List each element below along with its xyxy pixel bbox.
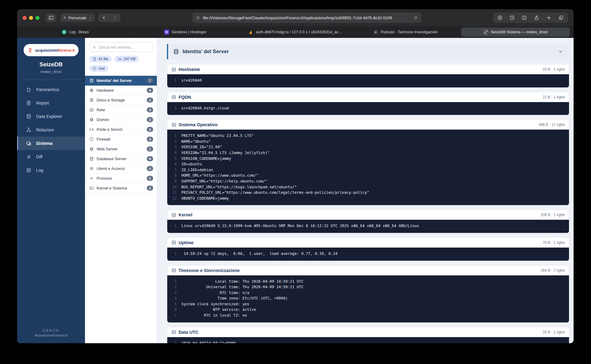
collapse-chevron-icon[interactable] bbox=[558, 49, 564, 55]
browser-tab[interactable]: Gestione | Hostinger bbox=[131, 28, 240, 37]
section-header[interactable]: Uptime 70 B · 1 righe bbox=[167, 238, 569, 248]
minimize-button[interactable] bbox=[29, 16, 33, 20]
line-text: 14:59:24 up 72 days, 6:08, 1 user, load … bbox=[181, 251, 338, 257]
category-item[interactable]: Identita' del Server 7 bbox=[85, 76, 157, 86]
share-icon[interactable] bbox=[534, 15, 539, 20]
category-icon bbox=[89, 88, 94, 93]
category-item[interactable]: Hardware 4 bbox=[85, 86, 157, 95]
category-count-badge: 7 bbox=[147, 78, 153, 83]
line-text: ID=ubuntu bbox=[181, 161, 202, 167]
category-item[interactable]: Disco e Storage 2 bbox=[85, 95, 157, 105]
downloads-icon[interactable] bbox=[497, 15, 503, 20]
line-number: 10 bbox=[167, 184, 181, 190]
section-meta: 284 B · 7 righe bbox=[541, 268, 565, 273]
category-label: Disco e Storage bbox=[97, 98, 144, 102]
sidebar-nav-item[interactable]: Log bbox=[17, 164, 85, 177]
category-item[interactable]: Domini 2 bbox=[85, 115, 157, 125]
close-button[interactable] bbox=[23, 16, 27, 20]
code-line: 1 2026-04-09T14:59:21+0000 bbox=[167, 340, 569, 343]
category-count-badge: 9 bbox=[147, 156, 153, 161]
category-count-badge: 3 bbox=[147, 127, 153, 132]
line-text: Time zone: Etc/UTC (UTC, +0000) bbox=[181, 296, 288, 301]
sidebar-toggle-button[interactable] bbox=[46, 13, 57, 22]
section-header[interactable]: Timezone e Sincronizzazione 284 B · 7 ri… bbox=[167, 266, 569, 275]
sidebar-nav-item[interactable]: Sistema bbox=[17, 137, 85, 150]
sidebar-nav-item[interactable]: Diff bbox=[17, 150, 85, 164]
section-header[interactable]: Sistema Operativo 386 B · 12 righe bbox=[167, 120, 569, 130]
main-content: Identita' del Server Hostname 10 B · 1 r… bbox=[157, 38, 574, 343]
back-button[interactable] bbox=[98, 13, 109, 22]
chip-icon bbox=[93, 67, 97, 71]
category-item[interactable]: Firewall 3 bbox=[85, 134, 157, 144]
code-block: 1 Linux srv420840 5.15.0-1090-kvm #95-Ub… bbox=[167, 220, 569, 233]
line-text: srv420840.hstgr.cloud bbox=[181, 105, 229, 111]
tab-favicon bbox=[373, 30, 378, 35]
category-item[interactable]: Kernel e Sistema 2 bbox=[85, 183, 157, 193]
section-header[interactable]: Hostname 10 B · 1 righe bbox=[167, 64, 569, 74]
browser-tab[interactable]: Podcast - Tarricone Investigazioni bbox=[351, 28, 460, 37]
chip-label: 41 file bbox=[98, 57, 108, 61]
section-meta: 22 B · 1 righe bbox=[543, 95, 565, 99]
category-count-badge: 1 bbox=[147, 176, 153, 181]
fullscreen-button[interactable] bbox=[35, 16, 39, 20]
category-count-badge: 2 bbox=[147, 97, 153, 103]
search-input[interactable] bbox=[99, 45, 150, 50]
category-label: Porte e Servizi bbox=[97, 127, 144, 132]
tab-favicon bbox=[249, 30, 253, 35]
browser-tab[interactable]: SeizeDB Sistema — meteo_droni bbox=[461, 28, 570, 37]
case-name: meteo_droni bbox=[17, 70, 85, 74]
line-number: 5 bbox=[167, 301, 181, 307]
category-icon bbox=[89, 108, 94, 112]
code-line: 1 Local time: Thu 2026-04-09 14:59:21 UT… bbox=[167, 279, 569, 285]
line-number: 4 bbox=[167, 296, 181, 301]
line-number: 9 bbox=[167, 178, 181, 184]
reload-icon[interactable] bbox=[413, 16, 417, 20]
sidebar-nav-item[interactable]: Relazioni bbox=[17, 123, 85, 137]
browser-tab[interactable]: auth-db970.hstgr.io / 127.0.0.1 / u52432… bbox=[241, 28, 350, 37]
line-text: HOME_URL="https://www.ubuntu.com/" bbox=[181, 173, 258, 178]
line-number: 2 bbox=[167, 139, 181, 145]
tab-overview-icon[interactable] bbox=[558, 15, 564, 20]
sidebar-nav-item[interactable]: Report bbox=[17, 96, 85, 110]
line-text: VERSION="22.04.5 LTS (Jammy Jellyfish)" bbox=[181, 150, 270, 156]
app-root: acquisizioniforensi.it SeizeDB meteo_dro… bbox=[17, 38, 574, 343]
category-item[interactable]: Porte e Servizi 3 bbox=[85, 125, 157, 134]
code-block: 1 srv420840 bbox=[167, 74, 569, 87]
info-icon[interactable] bbox=[522, 15, 527, 20]
category-item[interactable]: Processi 1 bbox=[85, 174, 157, 183]
category-item[interactable]: Database Server 9 bbox=[85, 154, 157, 164]
category-label: Rete bbox=[97, 108, 144, 112]
line-text: VERSION_CODENAME=jammy bbox=[181, 156, 231, 162]
database-icon bbox=[173, 49, 179, 55]
category-list: Identita' del Server 7 Hardware 4 Disco … bbox=[85, 76, 157, 193]
section-meta: 10 B · 1 righe bbox=[543, 67, 565, 72]
code-line: 12 UBUNTU_CODENAME=jammy bbox=[167, 196, 569, 201]
category-item[interactable]: Rete 3 bbox=[85, 105, 157, 115]
new-tab-icon[interactable] bbox=[546, 15, 552, 20]
line-text: ID_LIKE=debian bbox=[181, 167, 213, 173]
section-header[interactable]: Kernel 106 B · 1 righe bbox=[167, 210, 569, 220]
line-number: 5 bbox=[167, 156, 181, 162]
forward-button[interactable] bbox=[109, 13, 120, 22]
page-settings-icon bbox=[196, 16, 200, 20]
sidebar-nav-item[interactable]: Panoramica bbox=[17, 83, 85, 96]
profile-button[interactable]: Personale bbox=[60, 13, 95, 22]
section-meta: 106 B · 1 righe bbox=[541, 213, 565, 217]
browser-tab[interactable]: Log - Brevo bbox=[21, 28, 130, 37]
line-text: Linux srv420840 5.15.0-1090-kvm #95-Ubun… bbox=[181, 223, 419, 229]
tab-favicon bbox=[164, 30, 169, 35]
section-header[interactable]: Data UTC 25 B · 1 righe bbox=[167, 327, 569, 337]
data-section-card: Timezone e Sincronizzazione 284 B · 7 ri… bbox=[167, 265, 569, 323]
sidebar-nav-item[interactable]: Data Explorer bbox=[17, 110, 85, 123]
category-label: Hardware bbox=[97, 88, 144, 93]
category-item[interactable]: Utenti e Accessi 4 bbox=[85, 164, 157, 174]
category-item[interactable]: Web Server 1 bbox=[85, 144, 157, 154]
history-icon[interactable] bbox=[509, 15, 515, 20]
data-section-card: Kernel 106 B · 1 righe 1 Linux srv420840… bbox=[167, 210, 569, 233]
address-bar[interactable]: file:///Volumes/StorageFast/Claude/Acqui… bbox=[192, 13, 421, 23]
code-line: 1 srv420840.hstgr.cloud bbox=[167, 105, 569, 111]
section-header[interactable]: FQDN 22 B · 1 righe bbox=[167, 92, 569, 102]
traffic-lights bbox=[23, 16, 39, 20]
browser-window: Personale file:///Volumes/StorageFast/Cl… bbox=[17, 9, 574, 343]
line-number: 7 bbox=[167, 167, 181, 173]
